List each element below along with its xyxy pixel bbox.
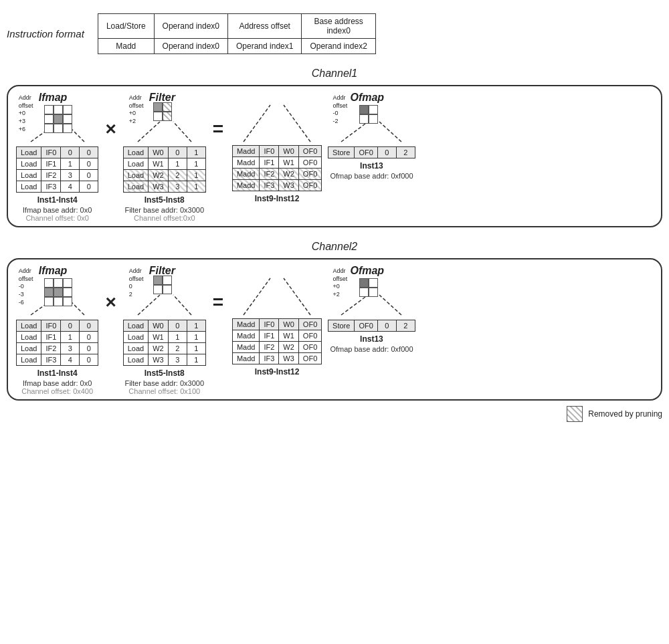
channel1-madd-table: MaddIF0W0OF0 MaddIF1W1OF0 MaddIF2W2OF0 M… [232, 145, 322, 191]
channel1-store-label: Inst13 [360, 161, 383, 171]
channel2-madd-diagram-spacer [230, 265, 324, 318]
channel2-ifmap-grid [44, 278, 72, 306]
channel2-filter-addr: Addroffset02 [129, 267, 144, 299]
channel2-load-table: LoadIF000 LoadIF110 LoadIF230 LoadIF340 [16, 320, 98, 366]
channel1-ofmap-grid [359, 105, 378, 124]
grid-cell [44, 124, 54, 133]
table-cell: Address offset [228, 14, 302, 39]
channel2-filter-offset: Channel offset: 0x100 [128, 387, 200, 395]
channel1-ifmap-group: Addroffset+0+3+6 Ifmap [16, 92, 98, 222]
grid-cell [54, 297, 63, 306]
channel1-load-table: LoadIF000 LoadIF110 LoadIF230 LoadIF340 [16, 146, 98, 193]
grid-cell [54, 105, 63, 114]
table-cell: Load/Store [98, 14, 154, 39]
channel1-bracket: Addroffset+0+3+6 Ifmap [7, 85, 662, 227]
instruction-format-section: Instruction format Load/Store Operand in… [7, 13, 662, 54]
grid-cell [369, 288, 378, 297]
channel1-weight-table: LoadW001 LoadW111 LoadW221 LoadW331 [123, 146, 206, 193]
grid-cell-selected [44, 288, 54, 297]
channel2-ifmap-addr: Addroffset-0-3-6 [19, 267, 33, 306]
channel2-filter-grid [153, 276, 172, 294]
table-cell: Operand index1 [228, 39, 302, 54]
svg-line-3 [173, 122, 191, 142]
grid-cell [369, 114, 378, 124]
equals-icon: = [213, 292, 223, 326]
grid-cell [153, 112, 163, 121]
svg-line-7 [379, 122, 401, 142]
channel2-groups: Addroffset-0-3-6 Ifmap [16, 265, 653, 395]
channel1-madd-svg [230, 92, 324, 145]
channel1-ofmap-base: Ofmap base addr: 0xf000 [330, 172, 413, 180]
grid-cell [163, 276, 172, 285]
grid-cell [153, 285, 163, 294]
channel1-ifmap-base: Ifmap base addr: 0x0 [23, 206, 92, 214]
channel1-ifmap-title: Ifmap [39, 92, 68, 104]
channel1-ofmap-title: Ofmap [350, 92, 384, 104]
channel1-ofmap-diagram: Addroffset-0-2 Ofmap [331, 92, 411, 145]
channel2-madd-group: MaddIF0W0OF0 MaddIF1W1OF0 MaddIF2W2OF0 M… [230, 265, 324, 377]
equals-icon: = [213, 118, 223, 153]
channel1-store-table: StoreOF002 [328, 146, 415, 158]
channel2-store-label: Inst13 [360, 334, 383, 344]
channel2-madd-svg [230, 265, 324, 318]
channel1-groups: Addroffset+0+3+6 Ifmap [16, 92, 653, 222]
channel2-store-table: StoreOF002 [328, 320, 415, 332]
channel1-madd-label: Inst9-Inst12 [255, 194, 300, 203]
table-cell: Madd [98, 39, 154, 54]
table-cell: Operand index2 [302, 39, 375, 54]
channel1-ifmap-grid [44, 105, 72, 133]
channel1-title: Channel1 [7, 68, 662, 80]
grid-cell [44, 105, 54, 114]
channel2-filter-group: Addroffset02 Filter LoadW001 LoadW111 Lo… [123, 265, 206, 395]
grid-cell [63, 288, 72, 297]
multiply-icon: × [105, 118, 116, 153]
channel2-ofmap-addr: Addroffset+0+2 [332, 267, 347, 299]
channel2-ofmap-title: Ofmap [350, 265, 384, 277]
grid-cell-selected [153, 102, 163, 112]
grid-cell [163, 285, 172, 294]
grid-cell [369, 105, 378, 114]
channel1-ifmap-diagram: Addroffset+0+3+6 Ifmap [17, 92, 98, 145]
table-cell: Operand index0 [154, 39, 227, 54]
svg-line-11 [173, 295, 191, 315]
channel1-ifmap-addr: Addroffset+0+3+6 [19, 94, 33, 133]
grid-cell-selected [359, 278, 369, 288]
channel1-filter-addr: Addroffset+0+2 [129, 94, 144, 126]
grid-cell [369, 278, 378, 288]
channel2-ifmap-diagram: Addroffset-0-3-6 Ifmap [17, 265, 98, 318]
channel2-filter-base: Filter base addr: 0x3000 [124, 379, 204, 387]
svg-line-12 [244, 278, 270, 315]
grid-cell [44, 297, 54, 306]
channel2-weight-table: LoadW001 LoadW111 LoadW221 LoadW331 [123, 320, 206, 366]
channel2-weight-label: Inst5-Inst8 [145, 368, 185, 378]
instruction-format-label: Instruction format [7, 28, 84, 39]
channel2-ifmap-title: Ifmap [39, 265, 68, 277]
channel2-filter-diagram: Addroffset02 Filter [128, 265, 201, 318]
grid-cell [63, 105, 72, 114]
channel2-bracket: Addroffset-0-3-6 Ifmap [7, 258, 662, 401]
channel1-ofmap-addr: Addroffset-0-2 [332, 94, 347, 126]
channel1-filter-diagram: Addroffset+0+2 Filter [128, 92, 201, 145]
grid-cell-hatch [163, 102, 172, 112]
channel1-filter-group: Addroffset+0+2 Filter LoadW001 LoadW111 … [123, 92, 206, 222]
grid-cell-selected [54, 288, 63, 297]
channel1-load-label: Inst1-Inst4 [37, 195, 78, 205]
grid-cell [63, 297, 72, 306]
grid-cell [359, 288, 369, 297]
legend-hatch-box [567, 406, 583, 422]
svg-line-15 [379, 295, 401, 315]
channel2-ofmap-grid [359, 278, 378, 297]
grid-cell-hatch [163, 112, 172, 121]
multiply-icon: × [105, 292, 116, 326]
grid-cell-selected [54, 114, 63, 124]
grid-cell-selected [153, 276, 163, 285]
grid-cell [359, 114, 369, 124]
channel2-madd-table: MaddIF0W0OF0 MaddIF1W1OF0 MaddIF2W2OF0 M… [232, 318, 322, 364]
grid-cell [63, 278, 72, 288]
grid-cell-selected [359, 105, 369, 114]
channel1-weight-label: Inst5-Inst8 [145, 195, 185, 205]
svg-line-13 [284, 278, 310, 315]
instruction-format-table: Load/Store Operand index0 Address offset… [98, 13, 376, 54]
channel2-section: Channel2 Addroffset-0-3-6 Ifmap [7, 241, 662, 422]
legend-area: Removed by pruning [7, 406, 662, 422]
